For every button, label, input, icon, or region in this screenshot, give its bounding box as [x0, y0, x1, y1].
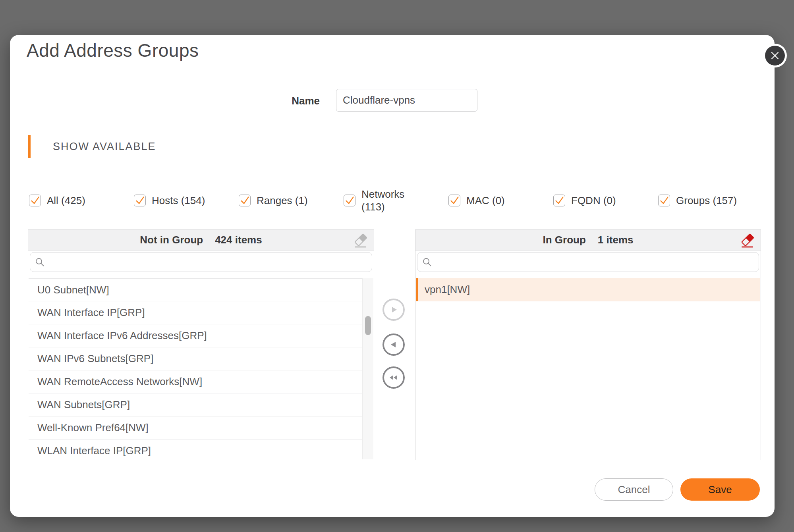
search-icon — [35, 257, 44, 267]
in-group-header: In Group 1 items — [415, 230, 761, 251]
search-input[interactable] — [48, 256, 367, 268]
close-icon — [770, 51, 780, 60]
section-accent-bar — [28, 135, 31, 158]
panel-title: In Group — [543, 234, 586, 246]
not-in-group-panel: Not in Group 424 items U0 Subn — [28, 229, 374, 460]
name-field-label: Name — [232, 90, 320, 112]
name-input[interactable] — [336, 89, 477, 112]
filter-checkbox-ranges[interactable]: Ranges (1) — [239, 187, 344, 214]
filter-checkbox-networks[interactable]: Networks (113) — [344, 187, 448, 214]
list-item[interactable]: WLAN Interface IP[GRP] — [29, 439, 362, 459]
checkbox-checked-icon[interactable] — [344, 195, 355, 206]
panel-item-count: 1 items — [598, 234, 634, 246]
filter-label: Networks (113) — [361, 188, 408, 214]
filter-checkbox-groups[interactable]: Groups (157) — [658, 187, 763, 214]
clear-group-eraser-icon[interactable] — [740, 233, 755, 249]
filter-checkbox-row: All (425) Hosts (154) Ranges (1) Network… — [29, 187, 763, 214]
search-input[interactable] — [436, 256, 754, 268]
arrow-right-icon — [389, 305, 398, 314]
filter-checkbox-fqdn[interactable]: FQDN (0) — [553, 187, 658, 214]
page-title: Add Address Groups — [27, 40, 199, 61]
double-arrow-left-icon — [388, 373, 399, 382]
not-in-group-search[interactable] — [30, 252, 372, 272]
list-item[interactable]: WAN RemoteAccess Networks[NW] — [29, 370, 362, 393]
checkbox-checked-icon[interactable] — [553, 195, 565, 206]
checkbox-checked-icon[interactable] — [29, 195, 41, 206]
close-button[interactable] — [765, 46, 785, 66]
filter-checkbox-all[interactable]: All (425) — [29, 187, 134, 214]
panel-item-count: 424 items — [215, 234, 262, 246]
list-item-selected[interactable]: vpn1[NW] — [416, 278, 760, 301]
list-item[interactable]: U0 Subnet[NW] — [29, 278, 362, 301]
filter-checkbox-mac[interactable]: MAC (0) — [448, 187, 553, 214]
in-group-search[interactable] — [417, 252, 759, 272]
list-item[interactable]: WAN Interface IPv6 Addresses[GRP] — [29, 324, 362, 347]
checkbox-checked-icon[interactable] — [239, 195, 251, 206]
show-available-heading: SHOW AVAILABLE — [53, 135, 156, 158]
checkbox-checked-icon[interactable] — [134, 195, 146, 206]
filter-label: All (425) — [47, 194, 85, 207]
checkbox-checked-icon[interactable] — [448, 195, 460, 206]
filter-label: Ranges (1) — [257, 194, 308, 207]
clear-list-eraser-icon[interactable] — [353, 233, 368, 249]
screen-backdrop: Add Address Groups Name SHOW AVAILABLE A… — [0, 0, 794, 532]
move-to-group-button[interactable] — [383, 299, 405, 321]
list-item[interactable]: Well-Known Pref64[NW] — [29, 416, 362, 439]
scrollbar-thumb[interactable] — [365, 316, 371, 335]
in-group-list: vpn1[NW] — [416, 278, 760, 459]
add-address-groups-dialog: Add Address Groups Name SHOW AVAILABLE A… — [10, 35, 775, 517]
filter-label: FQDN (0) — [571, 194, 616, 207]
scrollbar-track[interactable] — [362, 278, 373, 459]
remove-all-from-group-button[interactable] — [383, 366, 405, 389]
cancel-button[interactable]: Cancel — [595, 478, 673, 501]
search-icon — [422, 257, 432, 267]
arrow-left-icon — [389, 340, 398, 349]
in-group-panel: In Group 1 items vpn1[NW] — [415, 229, 761, 460]
filter-checkbox-hosts[interactable]: Hosts (154) — [134, 187, 239, 214]
not-in-group-header: Not in Group 424 items — [28, 230, 374, 251]
list-item[interactable]: WAN Subnets[GRP] — [29, 393, 362, 416]
filter-label: MAC (0) — [466, 194, 505, 207]
list-item[interactable]: WAN Interface IP[GRP] — [29, 301, 362, 324]
save-button[interactable]: Save — [680, 478, 760, 501]
not-in-group-list: U0 Subnet[NW] WAN Interface IP[GRP] WAN … — [29, 278, 362, 459]
filter-label: Groups (157) — [676, 194, 737, 207]
remove-from-group-button[interactable] — [383, 333, 405, 356]
panel-title: Not in Group — [140, 234, 203, 246]
list-item[interactable]: WAN IPv6 Subnets[GRP] — [29, 347, 362, 370]
checkbox-checked-icon[interactable] — [658, 195, 670, 206]
filter-label: Hosts (154) — [152, 194, 205, 207]
